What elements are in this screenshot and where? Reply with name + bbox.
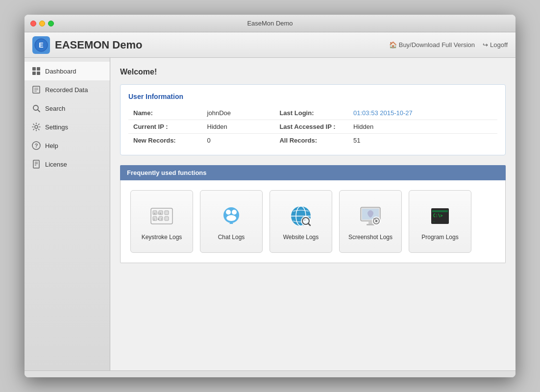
last-login-label: Last Login: <box>274 106 348 120</box>
functions-section: Frequently used functions <box>120 165 506 263</box>
svg-rect-4 <box>32 72 36 75</box>
svg-text:l: l <box>161 218 162 220</box>
svg-text:|: | <box>158 212 158 215</box>
website-logs-card[interactable]: Website Logs <box>270 190 332 253</box>
svg-text:_: _ <box>433 218 435 222</box>
svg-point-51 <box>376 220 377 222</box>
svg-point-33 <box>226 210 231 215</box>
svg-rect-47 <box>367 224 374 225</box>
sidebar-item-search[interactable]: Search <box>25 99 110 118</box>
svg-rect-15 <box>33 160 39 168</box>
sidebar-item-recorded-data[interactable]: Recorded Data <box>25 80 110 99</box>
svg-point-35 <box>226 215 236 221</box>
svg-text:?: ? <box>35 143 38 148</box>
svg-rect-3 <box>37 67 40 71</box>
app-name: EASEMON Demo <box>55 39 142 51</box>
sidebar-label-settings: Settings <box>45 123 68 131</box>
svg-rect-54 <box>432 210 448 212</box>
logoff-icon: ↪ <box>483 41 488 49</box>
main-layout: Dashboard Recorded Data <box>25 58 515 370</box>
dashboard-icon <box>31 66 41 76</box>
screenshot-logs-card[interactable]: Screenshot Logs <box>339 190 402 253</box>
last-accessed-ip-label: Last Accessed IP : <box>274 120 348 134</box>
window-title: EaseMon Demo <box>247 20 293 27</box>
svg-point-43 <box>304 219 306 221</box>
user-info-title: User Information <box>128 93 497 100</box>
license-icon <box>31 159 41 169</box>
horizontal-scrollbar[interactable] <box>25 370 515 377</box>
keystroke-label: Keystroke Logs <box>142 234 182 241</box>
svg-text:j: j <box>153 218 154 220</box>
app-window: EaseMon Demo E EASEMON Demo 🏠 Buy/Downlo… <box>25 15 515 377</box>
current-ip-label: Current IP : <box>128 120 202 134</box>
functions-cards-container: u | o j k l Keystroke Logs <box>120 180 506 263</box>
settings-icon <box>31 122 41 132</box>
svg-text:u: u <box>154 212 155 215</box>
chat-logs-card[interactable]: Chat Logs <box>200 190 263 253</box>
name-value: johnDoe <box>202 106 275 120</box>
titlebar: EaseMon Demo <box>25 15 515 32</box>
current-ip-value: Hidden <box>202 120 275 134</box>
table-row: New Records: 0 All Records: 51 <box>128 134 497 147</box>
table-row: Name: johnDoe Last Login: 01:03:53 2015-… <box>128 106 497 120</box>
traffic-lights <box>30 21 54 26</box>
svg-text:E: E <box>39 41 43 49</box>
chat-icon <box>218 202 245 230</box>
screenshot-icon <box>357 202 384 230</box>
program-icon: C:\> _ <box>426 202 454 230</box>
close-button[interactable] <box>30 21 36 26</box>
header-actions: 🏠 Buy/Download Full Version ↪ Logoff <box>389 41 508 49</box>
new-records-label: New Records: <box>128 134 202 147</box>
app-logo: E EASEMON Demo <box>32 36 142 54</box>
user-info-table: Name: johnDoe Last Login: 01:03:53 2015-… <box>128 106 497 147</box>
svg-rect-24 <box>159 217 163 220</box>
sidebar-item-settings[interactable]: Settings <box>25 118 110 136</box>
svg-rect-52 <box>373 218 376 220</box>
search-icon <box>31 103 41 113</box>
sidebar-label-recorded: Recorded Data <box>45 86 88 94</box>
sidebar: Dashboard Recorded Data <box>25 58 110 370</box>
keystroke-logs-card[interactable]: u | o j k l Keystroke Logs <box>130 190 193 253</box>
maximize-button[interactable] <box>48 21 54 26</box>
sidebar-label-dashboard: Dashboard <box>45 68 76 75</box>
user-info-box: User Information Name: johnDoe Last Logi… <box>120 84 506 155</box>
svg-rect-2 <box>32 67 36 71</box>
all-records-value: 51 <box>348 134 497 147</box>
svg-rect-22 <box>165 211 169 215</box>
last-accessed-ip-value: Hidden <box>348 120 497 134</box>
screenshot-label: Screenshot Logs <box>348 234 393 241</box>
keystroke-icon: u | o j k l <box>148 202 175 230</box>
svg-rect-5 <box>37 72 40 75</box>
sidebar-item-license[interactable]: License <box>25 155 110 173</box>
app-header: E EASEMON Demo 🏠 Buy/Download Full Versi… <box>25 32 515 58</box>
name-label: Name: <box>128 106 202 120</box>
last-login-value: 01:03:53 2015-10-27 <box>348 106 497 120</box>
logo-icon: E <box>32 36 50 54</box>
sidebar-item-help[interactable]: ? Help <box>25 136 110 155</box>
table-row: Current IP : Hidden Last Accessed IP : H… <box>128 120 497 134</box>
chat-label: Chat Logs <box>218 234 245 241</box>
logoff-link[interactable]: ↪ Logoff <box>483 41 508 49</box>
svg-point-12 <box>35 125 38 128</box>
sidebar-label-search: Search <box>45 105 65 112</box>
buy-label: Buy/Download Full Version <box>399 41 475 49</box>
new-records-value: 0 <box>202 134 275 147</box>
home-icon: 🏠 <box>389 41 397 49</box>
sidebar-item-dashboard[interactable]: Dashboard <box>25 62 110 80</box>
all-records-label: All Records: <box>274 134 348 147</box>
sidebar-label-help: Help <box>45 142 58 149</box>
svg-rect-25 <box>165 217 169 220</box>
website-label: Website Logs <box>283 234 319 241</box>
welcome-title: Welcome! <box>120 68 506 76</box>
buy-link[interactable]: 🏠 Buy/Download Full Version <box>389 41 475 49</box>
svg-text:o: o <box>160 212 161 215</box>
website-icon <box>287 202 315 230</box>
help-icon: ? <box>31 141 41 150</box>
program-logs-card[interactable]: C:\> _ Program Logs <box>409 190 471 253</box>
sidebar-label-license: License <box>45 161 67 168</box>
program-label: Program Logs <box>421 234 458 241</box>
svg-line-11 <box>38 110 40 112</box>
logoff-label: Logoff <box>490 41 508 49</box>
minimize-button[interactable] <box>39 21 45 26</box>
svg-rect-46 <box>368 221 372 224</box>
